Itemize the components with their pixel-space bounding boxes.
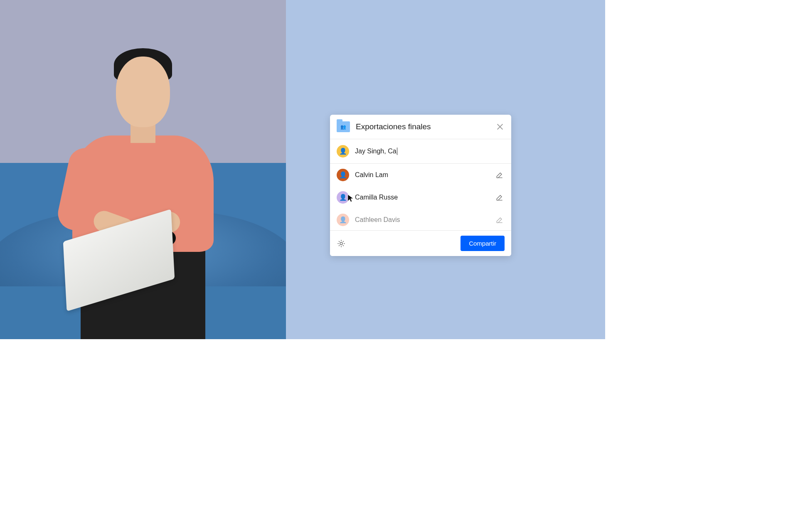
cursor-icon [347, 194, 355, 203]
recipient-input-row[interactable]: 👤 Jay Singh, Ca [330, 139, 511, 163]
svg-point-0 [340, 242, 342, 245]
close-icon[interactable] [496, 123, 504, 131]
photo-scene [0, 0, 286, 339]
suggestion-name: Cathleen Davis [355, 216, 490, 224]
suggestion-row[interactable]: 👤 Calvin Lam [330, 164, 511, 186]
person-illustration [56, 15, 230, 339]
suggestion-name: Camilla Russe [355, 194, 490, 201]
edit-permission-icon[interactable] [495, 171, 504, 179]
text-caret [397, 148, 397, 155]
right-panel: 👥 Exportaciones finales 👤 Jay Singh, Ca … [286, 0, 605, 339]
shared-folder-icon: 👥 [337, 121, 350, 132]
avatar: 👤 [337, 214, 349, 226]
recipient-input-value: Jay Singh, Ca [355, 148, 397, 155]
suggestion-name: Calvin Lam [355, 171, 490, 179]
share-button[interactable]: Compartir [461, 236, 505, 251]
edit-permission-icon[interactable] [495, 193, 504, 202]
marketing-photo-pane [0, 0, 286, 339]
dialog-title: Exportaciones finales [356, 122, 490, 131]
edit-permission-icon[interactable] [495, 216, 504, 224]
head [116, 57, 170, 127]
recipient-input[interactable]: Jay Singh, Ca [355, 148, 397, 155]
share-dialog: 👥 Exportaciones finales 👤 Jay Singh, Ca … [330, 115, 511, 256]
people-glyph: 👥 [340, 124, 346, 130]
dialog-header: 👥 Exportaciones finales [330, 115, 511, 139]
suggestion-row[interactable]: 👤 Cathleen Davis [330, 209, 511, 230]
settings-icon[interactable] [337, 239, 346, 248]
suggestion-list: 👤 Calvin Lam 👤 Camilla Russe 👤 Cathleen [330, 164, 511, 230]
suggestion-row[interactable]: 👤 Camilla Russe [330, 186, 511, 209]
avatar: 👤 [337, 169, 349, 181]
dialog-footer: Compartir [330, 230, 511, 256]
input-avatar: 👤 [337, 145, 349, 158]
